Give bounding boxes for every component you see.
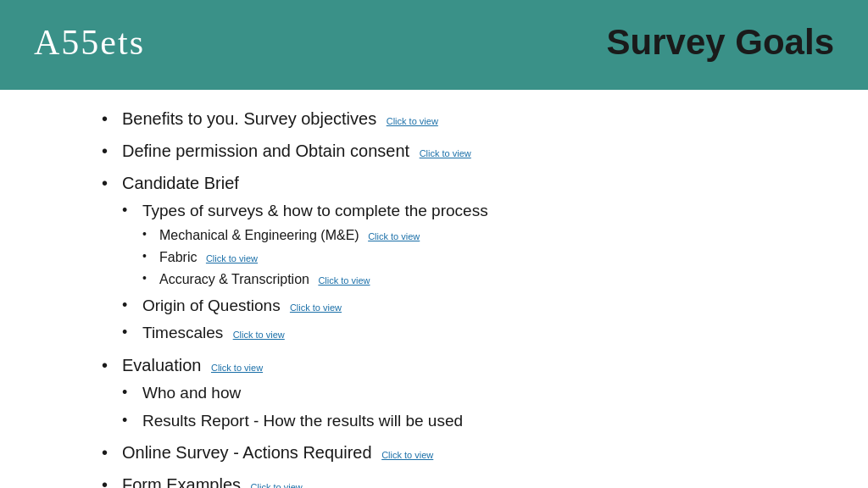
click-to-view-link[interactable]: Click to view <box>420 148 471 158</box>
click-to-view-link[interactable]: Click to view <box>387 116 438 126</box>
sub-item-label: Origin of Questions <box>142 297 281 314</box>
list-item: Define permission and Obtain consent Cli… <box>102 139 800 163</box>
click-to-view-link[interactable]: Click to view <box>368 231 420 241</box>
sub-list: Who and how Results Report - How the res… <box>122 382 800 432</box>
logo: A55ets <box>34 22 145 63</box>
list-item: Online Survey - Actions Required Click t… <box>102 441 800 464</box>
list-item: Candidate Brief Types of surveys & how t… <box>102 171 800 345</box>
page-title: Survey Goals <box>607 22 834 63</box>
sub-item-label: Who and how <box>142 384 241 402</box>
item-label: Candidate Brief <box>122 174 239 192</box>
sub-sub-list-item: Accuracy & Transcription Click to view <box>142 270 800 289</box>
content-area: Benefits to you. Survey objectives Click… <box>0 90 868 488</box>
click-to-view-link[interactable]: Click to view <box>211 363 263 373</box>
list-item: Evaluation Click to view Who and how Res… <box>102 353 800 432</box>
sub-list-item: Origin of Questions Click to view <box>122 295 800 318</box>
list-item: Benefits to you. Survey objectives Click… <box>102 107 800 130</box>
click-to-view-link[interactable]: Click to view <box>381 450 433 460</box>
sub-list-item: Types of surveys & how to complete the p… <box>122 200 800 290</box>
click-to-view-link[interactable]: Click to view <box>233 330 285 340</box>
item-label: Define permission and Obtain consent <box>122 141 409 160</box>
sub-list-item: Results Report - How the results will be… <box>122 410 800 433</box>
sub-list: Types of surveys & how to complete the p… <box>122 200 800 345</box>
sub-sub-item-label: Accuracy & Transcription <box>159 272 309 286</box>
item-label: Online Survey - Actions Required <box>122 443 372 462</box>
main-list: Benefits to you. Survey objectives Click… <box>102 107 800 488</box>
header: A55ets Survey Goals <box>0 0 868 85</box>
list-item: Form Examples Click to view <box>102 473 800 488</box>
sub-sub-item-label: Mechanical & Engineering (M&E) <box>159 228 359 242</box>
sub-item-label: Timescales <box>142 324 223 341</box>
sub-sub-list-item: Mechanical & Engineering (M&E) Click to … <box>142 226 800 245</box>
item-label: Benefits to you. Survey objectives <box>122 109 376 128</box>
sub-sub-list-item: Fabric Click to view <box>142 248 800 267</box>
click-to-view-link[interactable]: Click to view <box>206 253 258 263</box>
sub-sub-item-label: Fabric <box>159 250 197 264</box>
item-label: Evaluation <box>122 356 201 374</box>
item-label: Form Examples <box>122 475 241 488</box>
sub-list-item: Timescales Click to view <box>122 322 800 345</box>
click-to-view-link[interactable]: Click to view <box>318 275 370 286</box>
sub-item-label: Types of surveys & how to complete the p… <box>142 202 488 219</box>
click-to-view-link[interactable]: Click to view <box>251 482 303 488</box>
sub-list-item: Who and how <box>122 382 800 405</box>
sub-item-label: Results Report - How the results will be… <box>142 412 463 430</box>
click-to-view-link[interactable]: Click to view <box>290 302 342 313</box>
sub-sub-list: Mechanical & Engineering (M&E) Click to … <box>142 226 800 290</box>
